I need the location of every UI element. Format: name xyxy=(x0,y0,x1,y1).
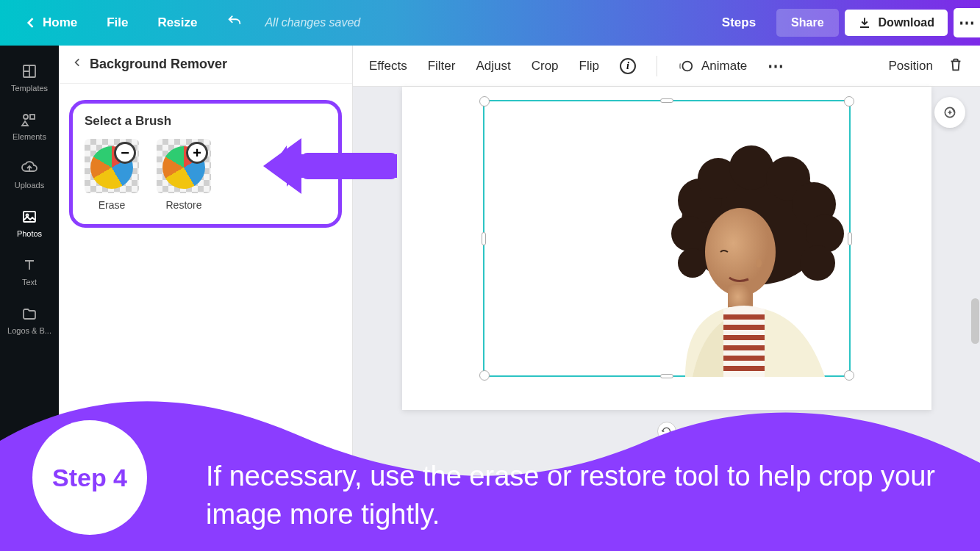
svg-point-16 xyxy=(705,208,776,296)
brush-select-title: Select a Brush xyxy=(85,114,326,129)
uploads-icon xyxy=(20,159,39,178)
svg-point-24 xyxy=(756,259,762,267)
chevron-left-icon xyxy=(24,15,38,30)
brush-select-box: Select a Brush − Erase + Restore xyxy=(69,100,342,228)
filter-button[interactable]: Filter xyxy=(428,59,456,73)
svg-rect-23 xyxy=(723,366,765,371)
svg-rect-18 xyxy=(723,314,765,320)
resize-handle-tl[interactable] xyxy=(479,96,490,107)
flip-button[interactable]: Flip xyxy=(579,59,599,73)
sidebar-item-elements[interactable]: Elements xyxy=(0,101,59,150)
svg-rect-19 xyxy=(723,325,765,330)
chevron-left-icon xyxy=(72,56,82,69)
share-button[interactable]: Share xyxy=(776,9,838,37)
svg-rect-3 xyxy=(24,212,35,222)
animate-icon xyxy=(678,58,694,74)
resize-handle-bl[interactable] xyxy=(479,370,490,381)
sidebar-item-text[interactable]: Text xyxy=(0,247,59,295)
resize-handle-t[interactable] xyxy=(660,98,673,103)
effects-button[interactable]: Effects xyxy=(369,59,407,73)
file-menu[interactable]: File xyxy=(92,8,143,37)
resize-menu[interactable]: Resize xyxy=(143,8,212,37)
adjust-button[interactable]: Adjust xyxy=(476,59,510,73)
svg-point-14 xyxy=(671,216,707,251)
photos-icon xyxy=(20,207,39,226)
svg-point-15 xyxy=(678,248,707,278)
svg-rect-22 xyxy=(723,356,765,361)
steps-button[interactable]: Steps xyxy=(707,8,770,37)
top-menu-bar: Home File Resize All changes saved Steps… xyxy=(0,0,980,46)
svg-rect-21 xyxy=(723,345,765,350)
scrollbar-thumb[interactable] xyxy=(971,298,979,344)
restore-brush-thumbnail: + xyxy=(157,139,211,193)
restore-brush-option[interactable]: + Restore xyxy=(157,139,211,211)
home-button[interactable]: Home xyxy=(9,8,92,37)
info-icon[interactable]: i xyxy=(620,58,636,74)
sidebar-item-photos[interactable]: Photos xyxy=(0,198,59,247)
undo-button[interactable] xyxy=(212,6,257,40)
erase-label: Erase xyxy=(99,199,126,211)
undo-icon xyxy=(226,13,243,29)
folder-icon xyxy=(20,304,39,323)
erase-brush-thumbnail: − xyxy=(85,139,139,193)
canvas-area: Effects Filter Adjust Crop Flip i Animat… xyxy=(353,46,980,551)
svg-point-13 xyxy=(800,245,835,281)
add-page-icon xyxy=(943,105,957,120)
more-button[interactable]: ⋯ xyxy=(954,8,980,37)
panel-back-button[interactable] xyxy=(72,56,82,73)
sidebar-item-logos[interactable]: Logos & B... xyxy=(0,295,59,344)
trash-icon xyxy=(948,57,964,73)
sidebar-item-templates[interactable]: Templates xyxy=(0,53,59,101)
animate-button[interactable]: Animate xyxy=(678,58,747,74)
rotate-handle[interactable] xyxy=(657,422,676,441)
sidebar-item-uploads[interactable]: Uploads xyxy=(0,150,59,198)
object-sidebar: Templates Elements Uploads Photos Text L… xyxy=(0,46,59,551)
elements-icon xyxy=(20,110,39,129)
ellipsis-icon: ⋯ xyxy=(959,13,975,32)
resize-handle-r[interactable] xyxy=(848,232,852,245)
context-toolbar: Effects Filter Adjust Crop Flip i Animat… xyxy=(353,46,980,87)
delete-button[interactable] xyxy=(948,57,964,76)
svg-point-5 xyxy=(682,61,692,71)
restore-label: Restore xyxy=(165,199,201,211)
svg-rect-20 xyxy=(723,335,765,340)
svg-rect-2 xyxy=(30,115,35,119)
templates-icon xyxy=(20,62,39,81)
resize-handle-tr[interactable] xyxy=(844,96,854,107)
svg-point-1 xyxy=(24,115,28,119)
download-button[interactable]: Download xyxy=(845,10,948,36)
crop-button[interactable]: Crop xyxy=(532,59,559,73)
resize-handle-l[interactable] xyxy=(482,232,486,245)
plus-icon: + xyxy=(186,142,208,164)
panel-title: Background Remover xyxy=(90,57,227,72)
text-icon xyxy=(20,256,39,275)
download-icon xyxy=(858,16,871,29)
add-page-fab[interactable] xyxy=(934,97,965,128)
erase-brush-option[interactable]: − Erase xyxy=(85,139,139,211)
canvas-image-subject[interactable] xyxy=(641,142,847,377)
minus-icon: − xyxy=(114,142,136,164)
context-more-button[interactable]: ⋯ xyxy=(768,57,785,76)
rotate-icon xyxy=(661,426,672,437)
design-canvas[interactable] xyxy=(402,87,931,410)
side-panel: Background Remover Select a Brush − Eras… xyxy=(59,46,353,551)
save-status: All changes saved xyxy=(265,16,360,29)
position-button[interactable]: Position xyxy=(889,59,933,73)
